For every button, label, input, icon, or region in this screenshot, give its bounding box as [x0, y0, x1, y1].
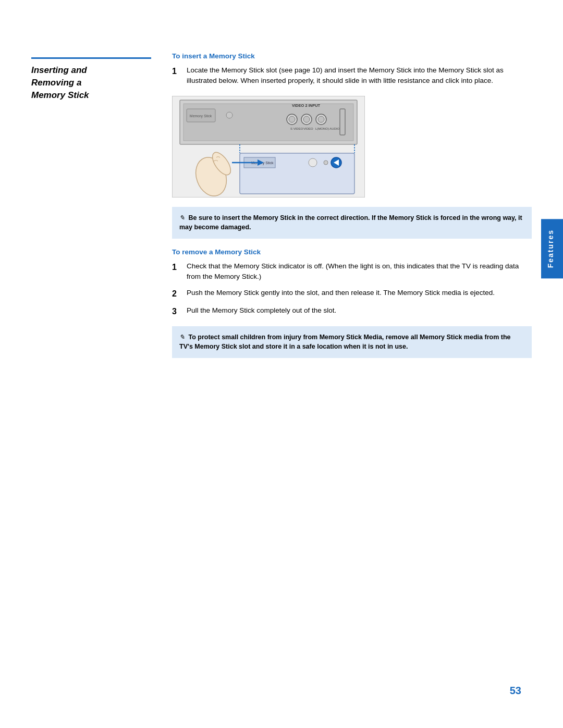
insert-note-text: Be sure to insert the Memory Stick in th…: [179, 214, 522, 231]
insert-steps: 1 Locate the Memory Stick slot (see page…: [172, 65, 532, 87]
svg-text:L(MONO) AUDIO R: L(MONO) AUDIO R: [315, 127, 343, 130]
insert-step-1: 1 Locate the Memory Stick slot (see page…: [172, 65, 532, 87]
svg-point-20: [309, 158, 317, 167]
remove-heading: To remove a Memory Stick: [172, 248, 532, 256]
remove-note-box: ✎ To protect small children from injury …: [172, 326, 532, 359]
remove-note-text: To protect small children from injury fr…: [179, 334, 510, 351]
remove-step-3: 3 Pull the Memory Stick completely out o…: [172, 305, 532, 318]
left-column: Inserting and Removing a Memory Stick: [31, 52, 151, 367]
remove-step-2-text: Push the Memory Stick gently into the sl…: [187, 288, 495, 300]
svg-point-10: [303, 116, 310, 122]
step-number-1: 1: [172, 65, 181, 87]
svg-point-5: [226, 112, 232, 118]
section-title-bar: [31, 57, 151, 59]
remove-step-1: 1 Check that the Memory Stick indicator …: [172, 261, 532, 282]
section-title: Inserting and Removing a Memory Stick: [31, 64, 151, 101]
svg-text:VIDEO 2 INPUT: VIDEO 2 INPUT: [292, 103, 321, 108]
content-layout: Inserting and Removing a Memory Stick To…: [31, 52, 532, 367]
remove-step-2: 2 Push the Memory Stick gently into the …: [172, 288, 532, 300]
svg-rect-16: [340, 109, 345, 135]
remove-step-1-text: Check that the Memory Stick indicator is…: [187, 261, 532, 282]
remove-step-number-1: 1: [172, 261, 181, 282]
insert-step-1-text: Locate the Memory Stick slot (see page 1…: [187, 65, 532, 87]
note-icon-1: ✎: [179, 214, 185, 221]
device-illustration-area: Memory Stick VIDEO 2 INPUT S VIDEO VIDEO: [172, 96, 532, 198]
insert-note-box: ✎ Be sure to insert the Memory Stick in …: [172, 207, 532, 239]
section-title-line2: Removing a: [31, 78, 81, 88]
svg-point-8: [289, 116, 295, 122]
svg-point-12: [318, 116, 324, 122]
remove-step-3-text: Pull the Memory Stick completely out of …: [187, 305, 336, 318]
page-number: 53: [510, 685, 521, 697]
memory-stick-illustration: Memory Stick VIDEO 2 INPUT S VIDEO VIDEO: [172, 96, 365, 198]
side-tab-label: Features: [546, 229, 555, 268]
svg-text:S VIDEO: S VIDEO: [290, 127, 303, 130]
remove-steps: 1 Check that the Memory Stick indicator …: [172, 261, 532, 318]
remove-step-number-2: 2: [172, 288, 181, 300]
insert-heading: To insert a Memory Stick: [172, 52, 532, 60]
section-title-line3: Memory Stick: [31, 90, 89, 100]
features-side-tab: Features: [541, 219, 563, 278]
right-column: To insert a Memory Stick 1 Locate the Me…: [172, 52, 532, 367]
note-icon-2: ✎: [179, 334, 185, 341]
svg-point-21: [324, 161, 328, 165]
section-title-line1: Inserting and: [31, 65, 87, 75]
remove-step-number-3: 3: [172, 305, 181, 318]
page-container: Features Inserting and Removing a Memory…: [0, 0, 563, 728]
svg-text:VIDEO: VIDEO: [303, 127, 313, 130]
svg-text:Memory Stick: Memory Stick: [190, 114, 212, 118]
